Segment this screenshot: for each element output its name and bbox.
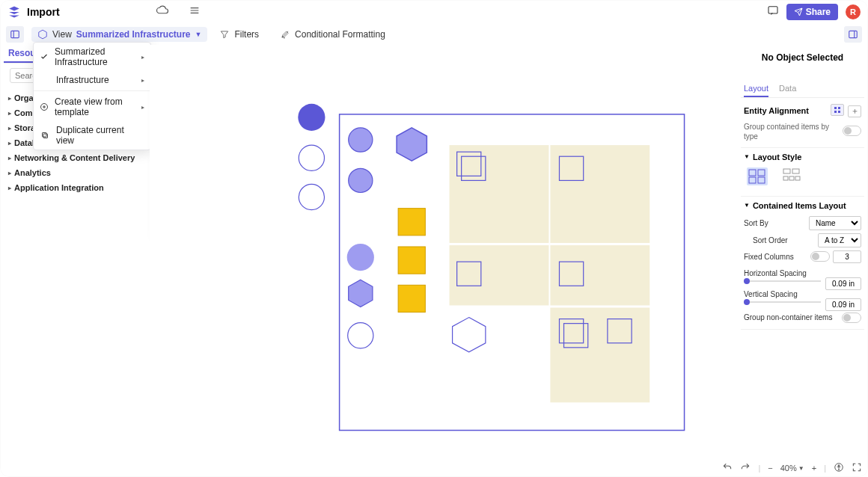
svg-point-50	[838, 465, 840, 467]
view-dropdown[interactable]: View Summarized Infrastructure ▼	[31, 27, 207, 42]
plus-circle-icon	[40, 102, 49, 111]
caret-down-icon: ▼	[744, 202, 750, 209]
svg-rect-20	[398, 285, 425, 312]
undo-button[interactable]	[722, 462, 733, 474]
caret-right-icon: ▸	[8, 170, 11, 176]
zoom-dropdown[interactable]: 40% ▼	[780, 464, 804, 473]
no-selection-label: No Object Selected	[741, 45, 864, 81]
fixed-columns-input[interactable]	[833, 250, 861, 263]
svg-rect-44	[783, 169, 790, 173]
svg-point-9	[298, 104, 325, 131]
tree-item-analytics[interactable]: ▸Analytics	[8, 165, 149, 180]
view-name: Summarized Infrastructure	[76, 29, 191, 40]
sort-order-select[interactable]: A to Z	[818, 233, 861, 247]
bottom-bar: | − 40% ▼ + |	[722, 462, 862, 474]
zoom-in-button[interactable]: +	[812, 464, 816, 473]
v-spacing-input[interactable]	[825, 298, 861, 311]
accessibility-button[interactable]	[834, 462, 844, 474]
share-button[interactable]: Share	[786, 4, 838, 20]
share-label: Share	[806, 7, 831, 17]
svg-rect-22	[450, 145, 549, 243]
svg-rect-4	[849, 31, 858, 37]
svg-rect-46	[783, 176, 788, 180]
conditional-formatting-button[interactable]: Conditional Formatting	[271, 27, 394, 42]
header: Import Share R	[0, 0, 868, 24]
caret-right-icon: ▸	[141, 54, 144, 61]
svg-rect-18	[398, 209, 425, 236]
caret-right-icon: ▸	[8, 185, 11, 191]
svg-marker-21	[453, 318, 486, 352]
caret-right-icon: ▸	[141, 77, 144, 84]
fixed-columns-toggle[interactable]	[810, 251, 830, 262]
chevron-down-icon: ▼	[798, 465, 804, 472]
check-icon	[40, 52, 49, 61]
layout-style-columns[interactable]	[781, 167, 802, 185]
rp-tabs: Layout Data	[741, 81, 864, 98]
sort-by-select[interactable]: Name	[809, 216, 861, 230]
menu-item-infrastructure[interactable]: Infrastructure ▸	[34, 71, 150, 89]
right-panel: No Object Selected Layout Data Entity Al…	[741, 45, 864, 455]
add-alignment-button[interactable]: ＋	[848, 105, 861, 117]
svg-marker-15	[349, 280, 373, 307]
caret-right-icon: ▸	[8, 125, 11, 132]
group-by-type-toggle[interactable]	[843, 126, 861, 136]
filters-button[interactable]: Filters	[210, 27, 268, 42]
svg-rect-24	[450, 245, 549, 306]
conditional-label: Conditional Formatting	[295, 29, 385, 40]
svg-rect-7	[43, 133, 47, 138]
app-title: Import	[27, 6, 60, 18]
svg-rect-23	[550, 145, 650, 243]
left-panel-toggle[interactable]	[6, 26, 24, 43]
menu-item-create-from-template[interactable]: Create view from template ▸	[34, 93, 150, 121]
svg-point-12	[349, 128, 373, 152]
right-panel-toggle[interactable]	[844, 26, 862, 43]
entity-alignment-sub: Group contained items by type	[744, 122, 843, 141]
svg-rect-25	[550, 245, 650, 306]
hamburger-icon[interactable]	[189, 4, 201, 19]
svg-rect-0	[768, 7, 777, 13]
redo-button[interactable]	[740, 462, 751, 474]
h-spacing-slider[interactable]	[744, 280, 821, 282]
svg-rect-36	[838, 107, 840, 109]
svg-rect-26	[550, 307, 650, 402]
svg-marker-17	[397, 128, 427, 161]
fullscreen-button[interactable]	[852, 462, 862, 474]
tree-item-networking[interactable]: ▸Networking & Content Delivery	[8, 150, 149, 165]
tree-item-app-integration[interactable]: ▸Application Integration	[8, 180, 149, 195]
rp-tab-data[interactable]: Data	[779, 81, 796, 97]
svg-point-3	[284, 37, 284, 38]
rp-tab-layout[interactable]: Layout	[744, 81, 768, 97]
caret-right-icon: ▸	[8, 110, 11, 117]
menu-divider	[34, 90, 150, 91]
svg-rect-48	[795, 176, 800, 180]
h-spacing-label: Horizontal Spacing	[744, 269, 807, 277]
v-spacing-slider[interactable]	[744, 301, 821, 303]
menu-item-duplicate-view[interactable]: Duplicate current view	[34, 121, 150, 150]
header-left: Import	[7, 4, 201, 20]
chevron-down-icon: ▼	[195, 31, 202, 38]
sort-order-label: Sort Order	[753, 236, 788, 244]
avatar[interactable]: R	[846, 4, 861, 19]
layout-style-grid[interactable]	[747, 167, 768, 185]
contained-layout-section: ▼Contained Items Layout Sort By Name Sor…	[741, 197, 864, 330]
svg-rect-6	[43, 134, 48, 138]
copy-icon	[40, 131, 50, 140]
zoom-out-button[interactable]: −	[768, 464, 772, 473]
caret-right-icon: ▸	[141, 104, 144, 111]
svg-rect-45	[792, 169, 799, 173]
cloud-icon[interactable]	[156, 4, 169, 20]
menu-item-summarized-infra[interactable]: Summarized Infrastructure ▸	[34, 43, 150, 71]
svg-point-14	[347, 244, 374, 271]
align-grid-button[interactable]	[831, 104, 844, 116]
group-non-container-toggle[interactable]	[842, 313, 861, 323]
logo-icon	[7, 5, 21, 19]
svg-rect-38	[838, 111, 840, 113]
svg-rect-1	[11, 31, 19, 37]
svg-rect-37	[834, 111, 837, 113]
svg-point-16	[348, 323, 373, 348]
svg-point-11	[299, 184, 324, 209]
chat-icon[interactable]	[767, 4, 779, 19]
h-spacing-input[interactable]	[825, 277, 861, 290]
canvas[interactable]	[150, 45, 737, 455]
view-label: View	[52, 29, 72, 40]
